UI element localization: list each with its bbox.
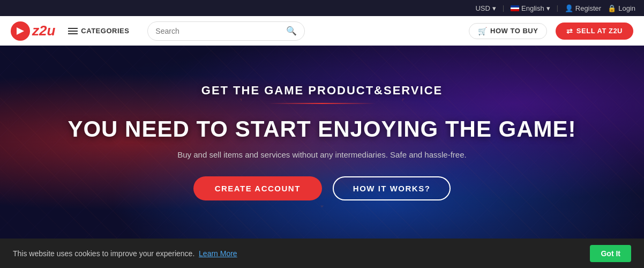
- divider: |: [503, 4, 504, 12]
- logo[interactable]: z2u: [11, 21, 55, 41]
- sell-label: SELL AT Z2U: [576, 27, 623, 35]
- cookie-text: This website uses cookies to improve you…: [13, 249, 586, 258]
- logo-icon: [11, 21, 30, 41]
- register-link[interactable]: 👤 Register: [565, 4, 601, 12]
- create-account-button[interactable]: CREATE ACCOUNT: [193, 176, 322, 200]
- how-to-buy-button[interactable]: 🛒 HOW TO BUY: [469, 23, 548, 39]
- cart-icon: 🛒: [478, 27, 488, 35]
- hamburger-icon: [68, 28, 78, 34]
- learn-more-link[interactable]: Learn More: [199, 249, 237, 258]
- currency-label: USD: [475, 4, 490, 12]
- login-link[interactable]: 🔒 Login: [608, 4, 635, 12]
- lock-icon: 🔒: [608, 4, 616, 12]
- nav-bar: z2u CATEGORIES 🔍 🛒 HOW TO BUY ⇄ SELL AT …: [0, 16, 644, 46]
- search-icon[interactable]: 🔍: [286, 26, 297, 36]
- hero-buttons: CREATE ACCOUNT HOW IT WORKS?: [68, 176, 576, 200]
- categories-button[interactable]: CATEGORIES: [64, 27, 133, 35]
- hero-content: GET THE GAME PRODUCT&SERVICE YOU NEED TO…: [57, 84, 587, 200]
- language-selector[interactable]: English ▾: [511, 4, 550, 12]
- register-label: Register: [575, 4, 601, 12]
- flag-icon: [511, 5, 519, 11]
- how-to-buy-label: HOW TO BUY: [490, 27, 538, 35]
- language-label: English: [521, 4, 544, 12]
- sell-button[interactable]: ⇄ SELL AT Z2U: [556, 23, 633, 40]
- hero-subtitle: GET THE GAME PRODUCT&SERVICE: [68, 84, 576, 98]
- categories-label: CATEGORIES: [81, 27, 129, 35]
- logo-text: z2u: [32, 23, 55, 39]
- how-it-works-button[interactable]: HOW IT WORKS?: [333, 176, 451, 200]
- hero-description: Buy and sell items and services without …: [68, 150, 576, 159]
- search-bar[interactable]: 🔍: [147, 21, 305, 41]
- cookie-message: This website uses cookies to improve you…: [13, 249, 194, 258]
- hero-title: YOU NEED TO START ENJOYING THE GAME!: [68, 117, 576, 142]
- currency-selector[interactable]: USD ▾: [475, 4, 496, 12]
- got-it-button[interactable]: Got It: [590, 245, 631, 262]
- search-input[interactable]: [155, 27, 286, 35]
- divider2: |: [557, 4, 558, 12]
- cookie-bar: This website uses cookies to improve you…: [0, 239, 644, 268]
- top-bar: USD ▾ | English ▾ | 👤 Register 🔒 Login: [0, 0, 644, 16]
- sell-icon: ⇄: [566, 27, 573, 35]
- hero-section: GET THE GAME PRODUCT&SERVICE YOU NEED TO…: [0, 46, 644, 239]
- login-label: Login: [618, 4, 635, 12]
- currency-arrow: ▾: [492, 4, 496, 12]
- hero-divider: [268, 103, 376, 104]
- language-arrow: ▾: [546, 4, 550, 12]
- user-icon: 👤: [565, 4, 573, 12]
